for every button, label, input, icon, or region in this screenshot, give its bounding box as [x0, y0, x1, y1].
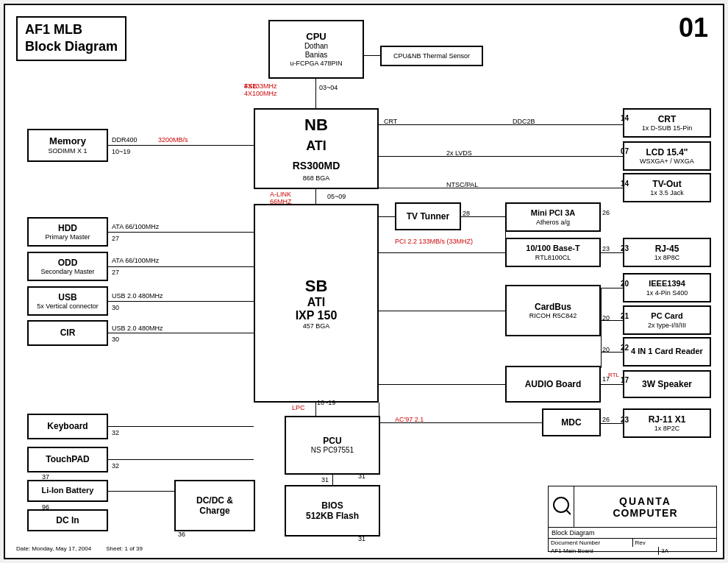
crt-num: 14 — [621, 114, 629, 122]
tvout-line — [379, 188, 623, 188]
crt-line — [379, 124, 623, 125]
nb-sub: 868 BGA — [303, 174, 330, 182]
minipci-box: Mini PCI 3A Atheros a/g — [505, 202, 601, 232]
mini-num: 26 — [602, 209, 610, 216]
bat-num: 37 — [42, 473, 49, 481]
pcu-num: 31 — [358, 472, 365, 480]
forin1-label: 4 IN 1 Card Reader — [631, 347, 703, 356]
crt-line-label: CRT — [384, 118, 397, 125]
dcdc-box: DC/DC &Charge — [174, 480, 255, 531]
ieee-box: IEEE1394 1x 4-Pin S400 — [623, 273, 711, 302]
dcin-box: DC In — [27, 509, 108, 531]
cir-label: CIR — [60, 327, 76, 338]
odd-num: 27 — [112, 269, 119, 276]
sb-sub: 457 BGA — [303, 322, 330, 330]
bios-box: BIOS512KB Flash — [285, 485, 380, 537]
cpu-box: CPU Dothan Banias u-FCPGA 478PIN — [268, 20, 364, 79]
rj11-sub: 1x 8P2C — [654, 425, 680, 432]
usb-sub: 5x Vertical connector — [37, 302, 99, 310]
speaker-box: 3W Speaker — [623, 370, 711, 398]
cir-num: 30 — [112, 336, 119, 343]
ethernet-box: 10/100 Base-T RTL8100CL — [505, 238, 601, 267]
rj45-sub: 1x 8P8C — [654, 254, 680, 261]
sb-lpc-conn: 16~19 — [317, 399, 335, 406]
bottom-info: Date: Monday, May 17, 2004 Sheet: 1 of 3… — [16, 545, 143, 552]
cardbus-right-vline — [601, 288, 602, 368]
rj45-box: RJ-45 1x 8P8C — [623, 238, 711, 267]
eth-line — [379, 252, 505, 253]
ntsc-label: NTSC/PAL — [446, 181, 478, 188]
quanta-doc-num: AF1 Main Board — [549, 547, 659, 555]
alink-vline — [315, 189, 316, 204]
usb-line — [108, 301, 254, 302]
quanta-rev: 3A — [659, 547, 716, 555]
svg-line-1 — [566, 510, 571, 514]
usb-label: USB — [58, 292, 76, 302]
cardbus-label: CardBus — [535, 302, 571, 312]
lcd-sub: WSXGA+ / WXGA — [640, 157, 694, 165]
battery-label: Li-Ion Battery — [42, 486, 94, 495]
sb-ati: ATI — [307, 296, 326, 309]
alink-label: A-LINK — [270, 191, 291, 198]
cardbus-line — [379, 311, 505, 311]
quanta-doc-row: AF1 Main Board 3A — [549, 547, 716, 555]
sb-nb-conn: 05~09 — [327, 193, 346, 200]
kb-line — [108, 426, 254, 427]
memory-sub: SODIMM X 1 — [48, 147, 87, 155]
tvtuner-box: TV Tunner — [395, 202, 461, 230]
speaker-label: 3W Speaker — [642, 379, 692, 389]
mem-conn: 10~19 — [112, 148, 130, 155]
dcin-label: DC In — [56, 515, 79, 525]
cardbus-box: CardBus RICOH R5C842 — [505, 285, 601, 336]
nb-box: NBATIRS300MD 868 BGA — [254, 108, 379, 189]
tv-minipci-vline — [505, 202, 506, 239]
block-diagram: 01 AF1 MLBBlock Diagram CPU Dothan Bania… — [4, 4, 724, 559]
pccard-sub: 2x type-I/II/III — [648, 322, 686, 329]
lvds-label: 2x LVDS — [446, 149, 472, 157]
page-number: 01 — [679, 13, 708, 43]
tp-line — [108, 459, 254, 460]
pcu-box: PCU NS PC97551 — [285, 416, 380, 475]
quanta-info-row: Document Number Rev — [549, 538, 716, 547]
crt-label: CRT — [658, 114, 677, 124]
odd-box: ODD Secondary Master — [27, 252, 108, 281]
forin1-num: 22 — [621, 344, 629, 352]
ethernet-sub: RTL8100CL — [535, 254, 571, 261]
usb-conn: USB 2.0 480MHz — [112, 292, 163, 300]
pcu-sub: NS PC97551 — [311, 446, 354, 455]
lpc-label: LPC — [292, 404, 305, 411]
tp-num: 32 — [112, 462, 119, 470]
ethernet-label: 10/100 Base-T — [526, 244, 579, 253]
rj11-num: 23 — [621, 416, 629, 424]
sb-label: SB — [305, 277, 328, 296]
keyboard-label: Keyboard — [47, 421, 88, 431]
odd-line — [108, 266, 254, 267]
cpu-sub1: Dothan — [304, 42, 328, 51]
ieee-sub: 1x 4-Pin S400 — [646, 289, 688, 297]
rtl-label: RTL — [608, 372, 619, 378]
usb-num: 30 — [112, 304, 119, 311]
tvout-label: TV-Out — [652, 179, 681, 189]
cpu-nb-vline — [315, 79, 316, 108]
dcdc-batt-line — [108, 491, 174, 492]
tvout-sub: 1x 3.5 Jack — [650, 189, 684, 196]
crt-box: CRT 1x D-SUB 15-Pin — [623, 108, 711, 138]
cpu-thermal-line — [364, 55, 380, 56]
cpu-sub2: Banias — [305, 51, 328, 60]
dcdc-num: 36 — [178, 531, 185, 538]
minipci-sub: Atheros a/g — [536, 219, 570, 226]
sb-tv-line — [379, 216, 395, 217]
audio-label: AUDIO Board — [525, 379, 582, 389]
audio-box: AUDIO Board — [505, 366, 601, 403]
lcd-box: LCD 15.4" WSXGA+ / WXGA — [623, 141, 711, 171]
mdc-box: MDC — [542, 408, 601, 436]
sb-ixp: IXP 150 — [296, 309, 338, 322]
memory-box: Memory SODIMM X 1 — [27, 129, 108, 162]
lcd-label: LCD 15.4" — [646, 147, 688, 157]
diagram-title: AF1 MLBBlock Diagram — [25, 21, 118, 56]
mdc-line — [379, 422, 542, 423]
pccard-label: PC Card — [651, 311, 682, 321]
pccard-num: 21 — [621, 312, 629, 320]
cir-box: CIR — [27, 320, 108, 346]
pci-label: PCI 2.2 133MB/s (33MHZ) — [395, 238, 473, 245]
